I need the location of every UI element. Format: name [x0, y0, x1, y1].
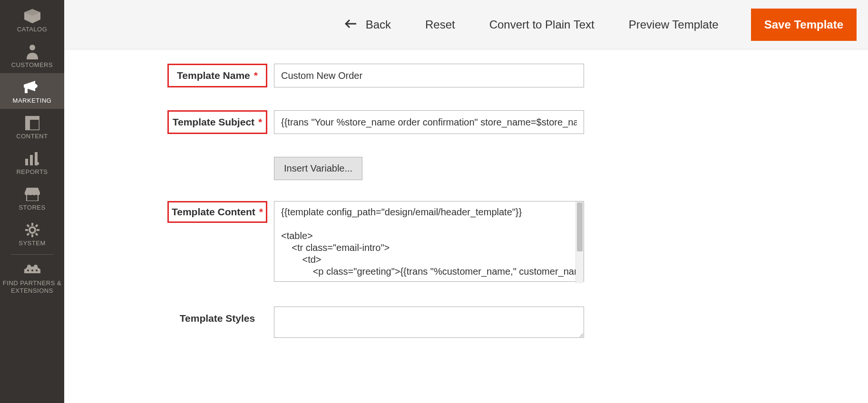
back-button[interactable]: Back [343, 14, 393, 35]
svg-rect-11 [27, 194, 38, 201]
page-actions-toolbar: Back Reset Convert to Plain Text Preview… [64, 0, 868, 49]
sidebar-label: SYSTEM [0, 240, 64, 247]
required-indicator: * [254, 70, 258, 81]
label-template-content: Template Content * [167, 201, 267, 223]
catalog-icon [0, 8, 64, 25]
insert-variable-button[interactable]: Insert Variable... [274, 157, 362, 180]
sidebar-label: MARKETING [0, 97, 64, 104]
back-button-label: Back [366, 18, 391, 31]
sidebar-label: CUSTOMERS [0, 61, 64, 68]
sidebar-label: STORES [0, 204, 64, 211]
label-template-subject: Template Subject * [167, 110, 267, 134]
sidebar-separator [11, 254, 54, 255]
svg-point-24 [27, 269, 29, 271]
sidebar-label: CATALOG [0, 26, 64, 33]
row-template-subject: Template Subject * [167, 110, 839, 134]
back-arrow-icon [345, 18, 357, 31]
template-styles-textarea[interactable] [274, 307, 584, 338]
template-form: Template Name * Template Subject * Inser… [64, 49, 868, 403]
convert-button-label: Convert to Plain Text [489, 18, 595, 31]
marketing-icon [0, 79, 64, 96]
admin-sidebar: CATALOG CUSTOMERS MARKETING CONTENT REPO… [0, 0, 64, 403]
sidebar-item-system[interactable]: SYSTEM [0, 216, 64, 251]
scrollbar-thumb[interactable] [577, 202, 583, 251]
svg-rect-7 [25, 159, 28, 165]
template-name-input[interactable] [274, 64, 584, 87]
sidebar-item-stores[interactable]: STORES [0, 180, 64, 216]
row-template-styles: Template Styles [167, 307, 839, 338]
system-icon [0, 221, 64, 239]
template-content-textarea[interactable] [274, 201, 584, 282]
reports-icon [0, 150, 64, 167]
stores-icon [0, 186, 64, 203]
save-button-label: Save Template [764, 18, 843, 31]
scrollbar[interactable] [575, 202, 584, 283]
save-template-button[interactable]: Save Template [751, 9, 857, 41]
svg-rect-5 [25, 116, 39, 120]
row-template-content: Template Content * [167, 201, 839, 284]
svg-point-23 [34, 265, 38, 269]
sidebar-item-reports[interactable]: REPORTS [0, 144, 64, 180]
label-template-name: Template Name * [167, 64, 267, 87]
reset-button-label: Reset [425, 18, 455, 31]
content-icon [0, 115, 64, 132]
partners-icon [0, 261, 64, 278]
convert-plain-text-button[interactable]: Convert to Plain Text [488, 14, 596, 35]
svg-line-19 [36, 225, 38, 227]
svg-rect-6 [25, 120, 30, 130]
sidebar-label: CONTENT [0, 133, 64, 140]
svg-point-22 [27, 265, 31, 269]
preview-button-label: Preview Template [629, 18, 719, 31]
sidebar-item-marketing[interactable]: MARKETING [0, 73, 64, 109]
svg-rect-3 [25, 87, 28, 93]
reset-button[interactable]: Reset [423, 14, 457, 35]
svg-point-2 [29, 45, 35, 50]
row-insert-variable: Insert Variable... [167, 157, 839, 180]
sidebar-label: FIND PARTNERS & EXTENSIONS [0, 279, 64, 294]
sidebar-item-catalog[interactable]: CATALOG [0, 2, 64, 38]
svg-point-12 [29, 227, 35, 233]
svg-line-18 [36, 233, 38, 235]
sidebar-item-customers[interactable]: CUSTOMERS [0, 38, 64, 73]
customers-icon [0, 43, 64, 60]
preview-template-button[interactable]: Preview Template [627, 14, 721, 35]
svg-point-26 [36, 269, 38, 271]
svg-point-25 [31, 269, 33, 271]
sidebar-item-partners[interactable]: FIND PARTNERS & EXTENSIONS [0, 256, 64, 294]
svg-rect-8 [30, 155, 33, 165]
sidebar-label: REPORTS [0, 168, 64, 175]
svg-line-17 [27, 225, 29, 227]
required-indicator: * [259, 206, 263, 218]
svg-line-20 [27, 233, 29, 235]
template-subject-input[interactable] [274, 110, 584, 134]
svg-point-10 [36, 162, 39, 165]
row-template-name: Template Name * [167, 64, 839, 87]
label-template-styles: Template Styles [167, 307, 267, 330]
sidebar-item-content[interactable]: CONTENT [0, 109, 64, 144]
required-indicator: * [258, 116, 262, 128]
